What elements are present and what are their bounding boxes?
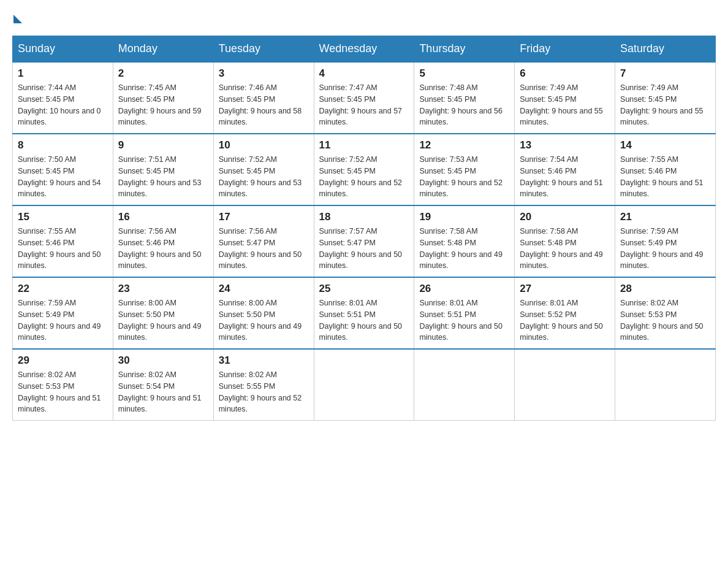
column-header-saturday: Saturday: [615, 36, 716, 63]
day-info: Sunrise: 8:01 AMSunset: 5:51 PMDaylight:…: [419, 297, 509, 343]
day-number: 28: [620, 283, 710, 295]
calendar-cell: 19Sunrise: 7:58 AMSunset: 5:48 PMDayligh…: [414, 205, 515, 277]
calendar-header-row: SundayMondayTuesdayWednesdayThursdayFrid…: [13, 36, 716, 63]
week-row-3: 15Sunrise: 7:55 AMSunset: 5:46 PMDayligh…: [13, 205, 716, 277]
column-header-thursday: Thursday: [414, 36, 515, 63]
day-number: 10: [219, 139, 309, 151]
day-number: 5: [419, 67, 509, 80]
calendar-cell: 24Sunrise: 8:00 AMSunset: 5:50 PMDayligh…: [213, 277, 314, 349]
column-header-monday: Monday: [113, 36, 213, 63]
calendar-cell: 7Sunrise: 7:49 AMSunset: 5:45 PMDaylight…: [615, 62, 716, 134]
day-info: Sunrise: 8:02 AMSunset: 5:53 PMDaylight:…: [620, 297, 710, 343]
calendar-cell: 9Sunrise: 7:51 AMSunset: 5:45 PMDaylight…: [113, 134, 213, 205]
day-number: 15: [18, 211, 108, 223]
calendar-cell: 18Sunrise: 7:57 AMSunset: 5:47 PMDayligh…: [314, 205, 414, 277]
day-info: Sunrise: 8:02 AMSunset: 5:54 PMDaylight:…: [118, 369, 208, 415]
day-info: Sunrise: 7:54 AMSunset: 5:46 PMDaylight:…: [520, 154, 610, 200]
calendar-cell: 12Sunrise: 7:53 AMSunset: 5:45 PMDayligh…: [414, 134, 515, 205]
day-info: Sunrise: 8:02 AMSunset: 5:55 PMDaylight:…: [219, 369, 309, 415]
day-info: Sunrise: 7:58 AMSunset: 5:48 PMDaylight:…: [520, 226, 610, 272]
day-info: Sunrise: 7:58 AMSunset: 5:48 PMDaylight:…: [419, 226, 509, 272]
day-number: 3: [219, 67, 309, 80]
calendar-cell: 15Sunrise: 7:55 AMSunset: 5:46 PMDayligh…: [13, 205, 113, 277]
week-row-2: 8Sunrise: 7:50 AMSunset: 5:45 PMDaylight…: [13, 134, 716, 205]
calendar-table: SundayMondayTuesdayWednesdayThursdayFrid…: [12, 36, 716, 421]
day-info: Sunrise: 7:52 AMSunset: 5:45 PMDaylight:…: [319, 154, 409, 200]
page-header: [12, 12, 716, 23]
calendar-cell: 20Sunrise: 7:58 AMSunset: 5:48 PMDayligh…: [515, 205, 615, 277]
day-info: Sunrise: 7:48 AMSunset: 5:45 PMDaylight:…: [419, 82, 509, 128]
calendar-cell: 4Sunrise: 7:47 AMSunset: 5:45 PMDaylight…: [314, 62, 414, 134]
day-number: 21: [620, 211, 710, 223]
day-info: Sunrise: 7:50 AMSunset: 5:45 PMDaylight:…: [18, 154, 108, 200]
day-number: 4: [319, 67, 409, 80]
calendar-cell: 29Sunrise: 8:02 AMSunset: 5:53 PMDayligh…: [13, 349, 113, 421]
day-info: Sunrise: 7:56 AMSunset: 5:46 PMDaylight:…: [118, 226, 208, 272]
day-info: Sunrise: 7:44 AMSunset: 5:45 PMDaylight:…: [18, 82, 108, 128]
calendar-cell: 30Sunrise: 8:02 AMSunset: 5:54 PMDayligh…: [113, 349, 213, 421]
day-info: Sunrise: 7:51 AMSunset: 5:45 PMDaylight:…: [118, 154, 208, 200]
week-row-5: 29Sunrise: 8:02 AMSunset: 5:53 PMDayligh…: [13, 349, 716, 421]
calendar-cell: 28Sunrise: 8:02 AMSunset: 5:53 PMDayligh…: [615, 277, 716, 349]
day-number: 19: [419, 211, 509, 223]
day-info: Sunrise: 7:59 AMSunset: 5:49 PMDaylight:…: [18, 297, 108, 343]
day-number: 9: [118, 139, 208, 151]
day-info: Sunrise: 7:55 AMSunset: 5:46 PMDaylight:…: [18, 226, 108, 272]
day-number: 31: [219, 354, 309, 367]
day-info: Sunrise: 7:57 AMSunset: 5:47 PMDaylight:…: [319, 226, 409, 272]
column-header-friday: Friday: [515, 36, 615, 63]
calendar-cell: 3Sunrise: 7:46 AMSunset: 5:45 PMDaylight…: [213, 62, 314, 134]
calendar-cell: 11Sunrise: 7:52 AMSunset: 5:45 PMDayligh…: [314, 134, 414, 205]
calendar-cell: [515, 349, 615, 421]
day-info: Sunrise: 7:56 AMSunset: 5:47 PMDaylight:…: [219, 226, 309, 272]
calendar-cell: 27Sunrise: 8:01 AMSunset: 5:52 PMDayligh…: [515, 277, 615, 349]
day-info: Sunrise: 7:59 AMSunset: 5:49 PMDaylight:…: [620, 226, 710, 272]
day-info: Sunrise: 7:47 AMSunset: 5:45 PMDaylight:…: [319, 82, 409, 128]
day-info: Sunrise: 7:52 AMSunset: 5:45 PMDaylight:…: [219, 154, 309, 200]
calendar-cell: 13Sunrise: 7:54 AMSunset: 5:46 PMDayligh…: [515, 134, 615, 205]
day-info: Sunrise: 8:01 AMSunset: 5:51 PMDaylight:…: [319, 297, 409, 343]
calendar-cell: 5Sunrise: 7:48 AMSunset: 5:45 PMDaylight…: [414, 62, 515, 134]
calendar-cell: 10Sunrise: 7:52 AMSunset: 5:45 PMDayligh…: [213, 134, 314, 205]
calendar-cell: 21Sunrise: 7:59 AMSunset: 5:49 PMDayligh…: [615, 205, 716, 277]
day-info: Sunrise: 8:00 AMSunset: 5:50 PMDaylight:…: [219, 297, 309, 343]
week-row-4: 22Sunrise: 7:59 AMSunset: 5:49 PMDayligh…: [13, 277, 716, 349]
calendar-cell: 2Sunrise: 7:45 AMSunset: 5:45 PMDaylight…: [113, 62, 213, 134]
day-number: 2: [118, 67, 208, 80]
day-info: Sunrise: 7:53 AMSunset: 5:45 PMDaylight:…: [419, 154, 509, 200]
day-info: Sunrise: 8:02 AMSunset: 5:53 PMDaylight:…: [18, 369, 108, 415]
day-number: 27: [520, 283, 610, 295]
calendar-cell: 6Sunrise: 7:49 AMSunset: 5:45 PMDaylight…: [515, 62, 615, 134]
column-header-sunday: Sunday: [13, 36, 113, 63]
day-number: 14: [620, 139, 710, 151]
day-info: Sunrise: 7:46 AMSunset: 5:45 PMDaylight:…: [219, 82, 309, 128]
calendar-cell: [414, 349, 515, 421]
day-number: 18: [319, 211, 409, 223]
day-number: 16: [118, 211, 208, 223]
calendar-cell: 16Sunrise: 7:56 AMSunset: 5:46 PMDayligh…: [113, 205, 213, 277]
week-row-1: 1Sunrise: 7:44 AMSunset: 5:45 PMDaylight…: [13, 62, 716, 134]
logo: [12, 12, 22, 23]
calendar-cell: 31Sunrise: 8:02 AMSunset: 5:55 PMDayligh…: [213, 349, 314, 421]
day-info: Sunrise: 7:49 AMSunset: 5:45 PMDaylight:…: [620, 82, 710, 128]
calendar-cell: 14Sunrise: 7:55 AMSunset: 5:46 PMDayligh…: [615, 134, 716, 205]
day-info: Sunrise: 7:49 AMSunset: 5:45 PMDaylight:…: [520, 82, 610, 128]
calendar-cell: 26Sunrise: 8:01 AMSunset: 5:51 PMDayligh…: [414, 277, 515, 349]
day-number: 26: [419, 283, 509, 295]
calendar-cell: 8Sunrise: 7:50 AMSunset: 5:45 PMDaylight…: [13, 134, 113, 205]
day-number: 30: [118, 354, 208, 367]
day-number: 1: [18, 67, 108, 80]
day-number: 11: [319, 139, 409, 151]
calendar-cell: 22Sunrise: 7:59 AMSunset: 5:49 PMDayligh…: [13, 277, 113, 349]
calendar-cell: 1Sunrise: 7:44 AMSunset: 5:45 PMDaylight…: [13, 62, 113, 134]
day-number: 29: [18, 354, 108, 367]
day-number: 17: [219, 211, 309, 223]
day-number: 13: [520, 139, 610, 151]
calendar-cell: [314, 349, 414, 421]
day-number: 6: [520, 67, 610, 80]
day-number: 24: [219, 283, 309, 295]
day-info: Sunrise: 8:00 AMSunset: 5:50 PMDaylight:…: [118, 297, 208, 343]
calendar-cell: 17Sunrise: 7:56 AMSunset: 5:47 PMDayligh…: [213, 205, 314, 277]
calendar-cell: 23Sunrise: 8:00 AMSunset: 5:50 PMDayligh…: [113, 277, 213, 349]
day-number: 7: [620, 67, 710, 80]
